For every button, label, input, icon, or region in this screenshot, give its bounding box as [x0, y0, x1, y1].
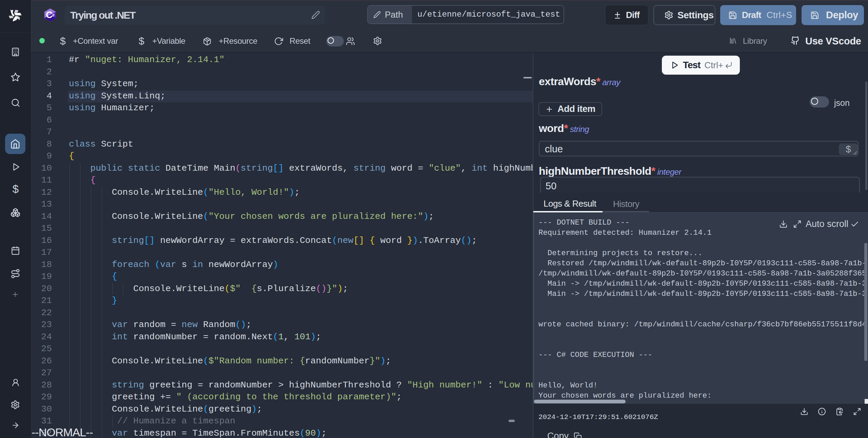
svg-text:#: # [52, 13, 55, 18]
svg-text:C: C [46, 10, 53, 20]
